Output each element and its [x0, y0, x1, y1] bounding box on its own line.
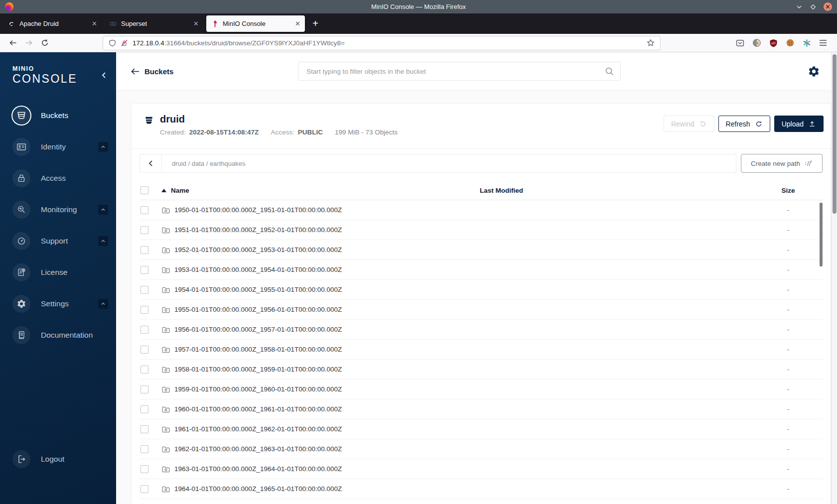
object-name[interactable]: 1962-01-01T00:00:00.000Z_1963-01-01T00:0… — [174, 445, 342, 453]
object-name[interactable]: 1951-01-01T00:00:00.000Z_1952-01-01T00:0… — [174, 226, 342, 234]
row-checkbox[interactable] — [140, 445, 148, 453]
create-new-path-button[interactable]: Create new path — [741, 154, 823, 173]
object-name[interactable]: 1955-01-01T00:00:00.000Z_1956-01-01T00:0… — [174, 306, 342, 313]
object-name[interactable]: 1956-01-01T00:00:00.000Z_1957-01-01T00:0… — [174, 326, 342, 333]
sidebar-item-logout[interactable]: Logout — [12, 450, 116, 468]
row-checkbox[interactable] — [140, 306, 148, 314]
upload-button[interactable]: Upload — [774, 116, 824, 132]
row-checkbox[interactable] — [140, 226, 148, 234]
table-row[interactable]: 1952-01-01T00:00:00.000Z_1953-01-01T00:0… — [140, 240, 823, 260]
reload-button-icon[interactable] — [37, 35, 53, 50]
table-row[interactable]: 1959-01-01T00:00:00.000Z_1960-01-01T00:0… — [140, 379, 823, 399]
tab-close-icon[interactable]: ✕ — [295, 20, 300, 27]
table-row[interactable]: 1950-01-01T00:00:00.000Z_1951-01-01T00:0… — [140, 200, 823, 220]
bookmark-star-icon[interactable] — [647, 39, 655, 47]
column-header-name[interactable]: Name — [161, 187, 480, 194]
sidebar: MINIO CONSOLE Buckets Identity Access — [0, 52, 116, 504]
column-header-last-modified[interactable]: Last Modified — [480, 187, 754, 194]
table-row[interactable]: 1951-01-01T00:00:00.000Z_1952-01-01T00:0… — [140, 220, 823, 240]
object-name[interactable]: 1963-01-01T00:00:00.000Z_1964-01-01T00:0… — [174, 465, 342, 473]
back-to-buckets-link[interactable]: Buckets — [131, 67, 173, 76]
object-name[interactable]: 1964-01-01T00:00:00.000Z_1965-01-01T00:0… — [174, 485, 342, 493]
insecure-lock-icon[interactable] — [121, 39, 128, 47]
page-scrollbar[interactable] — [831, 52, 837, 504]
sidebar-item-buckets[interactable]: Buckets — [12, 107, 116, 125]
refresh-button[interactable]: Refresh — [718, 116, 770, 132]
table-row[interactable]: 1957-01-01T00:00:00.000Z_1958-01-01T00:0… — [140, 340, 823, 360]
ublock-origin-icon[interactable]: uO — [769, 39, 778, 47]
path-back-chevron-icon[interactable] — [140, 154, 162, 172]
column-header-size[interactable]: Size — [754, 187, 823, 194]
table-row[interactable]: 1961-01-01T00:00:00.000Z_1962-01-01T00:0… — [140, 419, 823, 439]
back-button-icon[interactable] — [5, 35, 21, 50]
window-close-icon[interactable] — [824, 2, 832, 11]
window-maximize-icon[interactable] — [810, 3, 817, 10]
row-checkbox[interactable] — [140, 266, 148, 274]
table-row[interactable]: 1955-01-01T00:00:00.000Z_1956-01-01T00:0… — [140, 300, 823, 320]
sidebar-item-identity[interactable]: Identity — [12, 138, 116, 156]
tab-close-icon[interactable]: ✕ — [92, 20, 97, 27]
sidebar-item-support[interactable]: Support — [12, 232, 116, 250]
window-minimize-icon[interactable] — [796, 3, 803, 10]
sidebar-collapse-icon[interactable] — [100, 71, 108, 79]
sidebar-item-license[interactable]: License — [12, 263, 116, 281]
tab-close-icon[interactable]: ✕ — [193, 20, 199, 27]
chevron-up-icon[interactable] — [98, 142, 108, 152]
object-name[interactable]: 1957-01-01T00:00:00.000Z_1958-01-01T00:0… — [174, 346, 342, 353]
sidebar-item-label: Access — [41, 174, 66, 183]
sidebar-item-settings[interactable]: Settings — [12, 295, 116, 313]
privacy-badger-icon[interactable] — [752, 38, 761, 47]
object-filter-input[interactable] — [298, 62, 621, 81]
chevron-up-icon[interactable] — [98, 299, 108, 309]
forward-button-icon[interactable] — [21, 35, 37, 50]
row-checkbox[interactable] — [140, 485, 148, 493]
table-row[interactable]: 1958-01-01T00:00:00.000Z_1959-01-01T00:0… — [140, 360, 823, 379]
sidebar-item-documentation[interactable]: Documentation — [12, 326, 116, 344]
cookie-icon[interactable] — [786, 38, 795, 47]
new-tab-button[interactable]: + — [308, 16, 323, 31]
console-settings-gear-icon[interactable] — [808, 65, 820, 78]
object-name[interactable]: 1959-01-01T00:00:00.000Z_1960-01-01T00:0… — [174, 385, 342, 393]
table-row[interactable]: 1956-01-01T00:00:00.000Z_1957-01-01T00:0… — [140, 320, 823, 340]
pocket-save-icon[interactable] — [736, 39, 744, 47]
table-row[interactable]: 1953-01-01T00:00:00.000Z_1954-01-01T00:0… — [140, 260, 823, 280]
row-checkbox[interactable] — [140, 385, 148, 393]
table-row[interactable]: 1962-01-01T00:00:00.000Z_1963-01-01T00:0… — [140, 439, 823, 459]
object-name[interactable]: 1954-01-01T00:00:00.000Z_1955-01-01T00:0… — [174, 286, 342, 293]
object-name[interactable]: 1961-01-01T00:00:00.000Z_1962-01-01T00:0… — [174, 425, 342, 433]
row-checkbox[interactable] — [140, 206, 148, 214]
row-checkbox[interactable] — [140, 405, 148, 413]
row-checkbox[interactable] — [140, 286, 148, 294]
chevron-up-icon[interactable] — [98, 236, 108, 246]
tab-minio-console[interactable]: MinIO Console ✕ — [206, 15, 305, 32]
sidebar-item-access[interactable]: Access — [12, 169, 116, 187]
row-checkbox[interactable] — [140, 366, 148, 374]
table-row[interactable]: 1960-01-01T00:00:00.000Z_1961-01-01T00:0… — [140, 399, 823, 419]
object-name[interactable]: 1960-01-01T00:00:00.000Z_1961-01-01T00:0… — [174, 405, 342, 413]
select-all-checkbox[interactable] — [140, 186, 148, 194]
table-row[interactable]: 1954-01-01T00:00:00.000Z_1955-01-01T00:0… — [140, 280, 823, 300]
tab-superset[interactable]: Superset ✕ — [105, 15, 203, 32]
row-checkbox[interactable] — [140, 465, 148, 473]
page-scrollbar-thumb[interactable] — [833, 54, 837, 214]
row-checkbox[interactable] — [140, 425, 148, 433]
url-bar[interactable]: 172.18.0.4:31664/buckets/druid/browse/ZG… — [103, 36, 661, 50]
row-checkbox[interactable] — [140, 246, 148, 254]
table-row[interactable]: 1964-01-01T00:00:00.000Z_1965-01-01T00:0… — [140, 479, 823, 499]
table-row[interactable]: 1963-01-01T00:00:00.000Z_1964-01-01T00:0… — [140, 459, 823, 479]
object-name[interactable]: 1958-01-01T00:00:00.000Z_1959-01-01T00:0… — [174, 366, 342, 373]
object-name[interactable]: 1953-01-01T00:00:00.000Z_1954-01-01T00:0… — [174, 266, 342, 273]
minio-logo: MINIO CONSOLE — [0, 52, 116, 86]
sidebar-item-monitoring[interactable]: Monitoring — [12, 201, 116, 219]
row-checkbox[interactable] — [140, 326, 148, 334]
row-checkbox[interactable] — [140, 346, 148, 354]
rewind-button[interactable]: Rewind — [664, 116, 714, 132]
object-name[interactable]: 1952-01-01T00:00:00.000Z_1953-01-01T00:0… — [174, 246, 342, 253]
chevron-up-icon[interactable] — [98, 205, 108, 215]
tracking-shield-icon[interactable] — [109, 39, 116, 47]
object-name[interactable]: 1950-01-01T00:00:00.000Z_1951-01-01T00:0… — [174, 206, 342, 214]
hamburger-menu-icon[interactable] — [819, 39, 827, 46]
tab-apache-druid[interactable]: Apache Druid ✕ — [3, 15, 102, 32]
table-scrollbar-thumb[interactable] — [820, 203, 823, 266]
colorful-asterisk-extension-icon[interactable] — [803, 39, 811, 47]
